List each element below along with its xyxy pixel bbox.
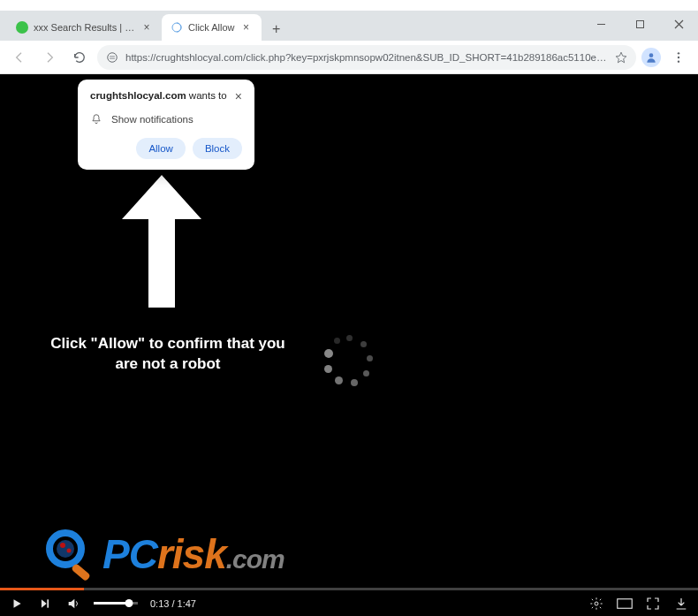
toolbar: https://crughtshlocyal.com/click.php?key…: [0, 41, 698, 74]
volume-icon[interactable]: [65, 596, 81, 612]
tab-123movies[interactable]: xxx Search Results | 123Movies ×: [7, 14, 162, 41]
tab-click-allow[interactable]: Click Allow ×: [162, 14, 262, 41]
svg-point-11: [678, 60, 679, 62]
svg-rect-16: [71, 563, 91, 581]
favicon-123movies: [16, 21, 28, 34]
time-display: 0:13 / 1:47: [150, 598, 196, 609]
bell-icon: [90, 113, 102, 125]
tab-label: Click Allow: [188, 22, 235, 33]
settings-icon[interactable]: [588, 596, 604, 612]
svg-point-18: [595, 602, 598, 605]
svg-point-5: [108, 52, 118, 62]
close-icon[interactable]: ×: [140, 21, 153, 34]
block-button[interactable]: Block: [193, 138, 242, 159]
confirm-text: Click "Allow" to confirm that you are no…: [44, 334, 292, 375]
svg-point-15: [67, 549, 72, 553]
address-bar[interactable]: https://crughtshlocyal.com/click.php?key…: [97, 45, 636, 70]
popup-row-label: Show notifications: [111, 114, 193, 125]
site-info-icon[interactable]: [106, 51, 118, 64]
svg-point-9: [678, 52, 679, 54]
forward-button[interactable]: [37, 45, 62, 70]
theater-icon[interactable]: [617, 596, 633, 612]
next-button[interactable]: [37, 596, 53, 612]
svg-point-8: [649, 53, 654, 57]
favicon-click-allow: [171, 21, 183, 34]
arrow-up-icon: [113, 166, 210, 316]
loading-spinner: [322, 335, 376, 388]
popup-title: crughtshlocyal.com wants to: [90, 90, 227, 101]
page-content: crughtshlocyal.com wants to × Show notif…: [0, 74, 698, 616]
wm-risk: risk: [157, 530, 226, 578]
popup-close-icon[interactable]: ×: [235, 90, 242, 103]
allow-button[interactable]: Allow: [136, 138, 185, 159]
window-maximize[interactable]: [620, 11, 659, 37]
notification-permission-popup: crughtshlocyal.com wants to × Show notif…: [78, 80, 254, 170]
wm-com: .com: [226, 544, 285, 574]
wm-pc: PC: [102, 530, 157, 578]
menu-button[interactable]: [666, 45, 691, 70]
svg-point-14: [60, 543, 65, 548]
window-close[interactable]: [659, 11, 698, 37]
url-text: https://crughtshlocyal.com/click.php?key…: [125, 52, 608, 63]
window-minimize[interactable]: [581, 11, 620, 37]
back-button[interactable]: [7, 45, 32, 70]
tabstrip: xxx Search Results | 123Movies × Click A…: [0, 11, 698, 41]
video-controls: 0:13 / 1:47: [0, 588, 698, 616]
reload-button[interactable]: [67, 45, 92, 70]
close-icon[interactable]: ×: [240, 21, 253, 34]
tab-label: xxx Search Results | 123Movies: [34, 22, 135, 33]
bookmark-icon[interactable]: [615, 51, 627, 64]
watermark-logo: PCrisk.com: [44, 528, 285, 581]
svg-rect-19: [618, 598, 633, 608]
svg-point-10: [678, 56, 679, 57]
profile-avatar[interactable]: [641, 48, 661, 67]
fullscreen-icon[interactable]: [645, 596, 661, 612]
svg-point-13: [57, 540, 74, 558]
play-button[interactable]: [9, 596, 25, 612]
download-icon[interactable]: [673, 596, 689, 612]
magnifier-bug-icon: [44, 528, 97, 581]
new-tab-button[interactable]: +: [265, 18, 288, 41]
volume-slider[interactable]: [94, 602, 138, 605]
svg-rect-17: [47, 599, 49, 607]
svg-rect-2: [636, 20, 643, 27]
